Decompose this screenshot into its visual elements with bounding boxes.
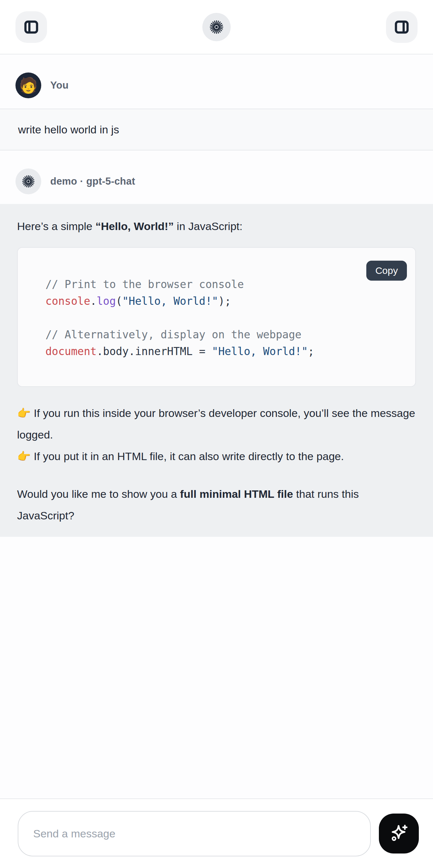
message-input[interactable] — [18, 811, 371, 857]
user-sender-row: 🧑 You — [0, 72, 433, 98]
code-block: Copy // Print to the browser consolecons… — [17, 247, 416, 387]
assistant-intro: Here’s a simple “Hello, World!” in JavaS… — [17, 219, 416, 233]
starburst-icon — [209, 20, 224, 34]
sidebar-left-toggle-button[interactable] — [16, 11, 47, 43]
panel-right-icon — [393, 19, 410, 36]
assistant-avatar — [16, 168, 41, 194]
copy-code-button[interactable]: Copy — [366, 261, 407, 281]
user-message: write hello world in js — [0, 108, 433, 151]
person-emoji: 🧑 — [19, 72, 38, 98]
assistant-sender-row: demo · gpt-5-chat — [0, 168, 433, 194]
user-sender-name: You — [50, 80, 69, 91]
top-bar — [0, 0, 433, 55]
composer-bar — [0, 798, 433, 868]
chat-app: 🧑 You write hello world in js demo · gpt… — [0, 0, 433, 868]
send-button[interactable] — [379, 813, 419, 854]
sidebar-right-toggle-button[interactable] — [386, 11, 417, 43]
assistant-tips: 👉 If you run this inside your browser’s … — [17, 402, 416, 467]
user-message-text: write hello world in js — [18, 123, 415, 136]
assistant-message: Here’s a simple “Hello, World!” in JavaS… — [0, 204, 433, 537]
starburst-icon — [22, 175, 35, 188]
panel-left-icon — [23, 19, 40, 36]
brand-logo-button[interactable] — [202, 13, 231, 41]
sparkle-send-icon — [388, 823, 410, 844]
code-content: // Print to the browser consoleconsole.l… — [18, 248, 415, 386]
conversation: 🧑 You write hello world in js demo · gpt… — [0, 55, 433, 798]
assistant-question: Would you like me to show you a full min… — [17, 483, 416, 526]
assistant-sender-name: demo · gpt-5-chat — [50, 176, 135, 187]
user-avatar: 🧑 — [16, 72, 41, 98]
